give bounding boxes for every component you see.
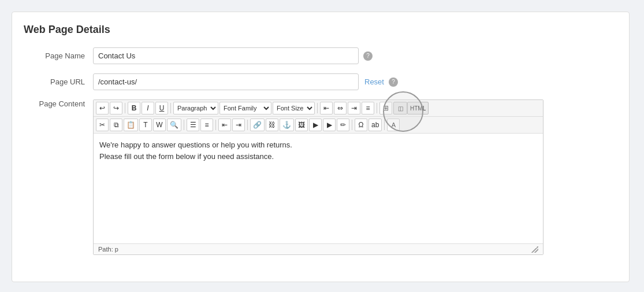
page-name-help-icon[interactable]: ?	[363, 51, 373, 61]
image-button[interactable]: 🖼	[295, 119, 308, 131]
outdent-button[interactable]: ⇤	[218, 119, 231, 131]
editor-footer: Path: p	[94, 243, 543, 254]
toolbar-separator-8	[352, 120, 352, 130]
page-name-input[interactable]	[93, 47, 359, 64]
table-button[interactable]: ⊞	[379, 102, 392, 114]
italic-button[interactable]: I	[142, 102, 154, 114]
page-url-label: Page URL	[24, 77, 93, 86]
toolbar-separator-3	[317, 103, 318, 113]
font-size-select[interactable]: Font Size 10px 12px 14px 16px	[273, 102, 315, 114]
toolbar-separator-9	[384, 120, 385, 130]
toolbar-separator-7	[247, 120, 248, 130]
cut-button[interactable]: ✂	[96, 119, 109, 131]
toolbar-separator-5	[184, 120, 184, 130]
copy-button[interactable]: ⧉	[110, 119, 122, 131]
rich-text-editor: ↩ ↪ B I U Paragraph Heading 1 Heading 2 …	[93, 99, 544, 255]
toolbar-separator-6	[215, 120, 216, 130]
content-line1: We're happy to answer questions or help …	[99, 141, 292, 149]
page-url-input[interactable]	[93, 73, 359, 90]
content-line2: Please fill out the form below if you ne…	[99, 152, 274, 161]
paste-word-button[interactable]: W	[153, 119, 166, 131]
undo-button[interactable]: ↩	[96, 102, 109, 114]
align-right-button[interactable]: ⇥	[348, 102, 360, 114]
ordered-list-button[interactable]: ≡	[200, 119, 213, 131]
source-button[interactable]: ◫	[393, 102, 407, 114]
redo-button[interactable]: ↪	[110, 102, 122, 114]
unlink-button[interactable]: ⛓	[266, 119, 278, 131]
font-family-select[interactable]: Font Family Arial Georgia Times New Roma…	[219, 102, 271, 114]
editor-toolbar-top: ↩ ↪ B I U Paragraph Heading 1 Heading 2 …	[94, 100, 543, 117]
find-replace-button[interactable]: 🔍	[167, 119, 181, 131]
paragraph-select[interactable]: Paragraph Heading 1 Heading 2 Heading 3	[173, 102, 218, 114]
page-title: Web Page Details	[24, 24, 617, 36]
toolbar-separator-1	[125, 103, 125, 113]
resize-handle[interactable]	[531, 246, 538, 253]
indent-button[interactable]: ⇥	[232, 119, 245, 131]
page-content-row: Page Content ↩ ↪ B I U Paragraph Heading…	[24, 99, 617, 255]
align-center-button[interactable]: ⇔	[334, 102, 347, 114]
html-button[interactable]: HTML	[407, 102, 429, 114]
link-button[interactable]: 🔗	[250, 119, 265, 131]
editor-content[interactable]: We're happy to answer questions or help …	[94, 134, 543, 243]
toolbar-separator-2	[170, 103, 171, 113]
align-justify-button[interactable]: ≡	[362, 102, 374, 114]
page-content-label: Page Content	[24, 99, 93, 108]
page-container: Web Page Details Page Name ? Page URL Re…	[12, 12, 630, 282]
toolbar-separator-4	[377, 103, 377, 113]
page-name-label: Page Name	[24, 51, 93, 60]
paste-button[interactable]: 📋	[124, 119, 138, 131]
reset-link[interactable]: Reset	[364, 77, 384, 86]
page-url-row: Page URL Reset ?	[24, 73, 617, 90]
media-button[interactable]: ▶	[309, 119, 322, 131]
bold-button[interactable]: B	[128, 102, 140, 114]
char-map-button[interactable]: Ω	[355, 119, 367, 131]
page-url-help-icon[interactable]: ?	[389, 77, 398, 87]
editor-path: Path: p	[98, 246, 118, 253]
special-button-group: ◫ HTML	[393, 102, 429, 114]
unordered-list-button[interactable]: ☰	[187, 119, 199, 131]
editor-toolbar-bottom: ✂ ⧉ 📋 T W 🔍 ☰ ≡ ⇤ ⇥ 🔗 ⛓ ⚓ 🖼 ▶ ▶ ✏	[94, 117, 543, 134]
align-left-button[interactable]: ⇤	[320, 102, 333, 114]
underline-button[interactable]: U	[155, 102, 168, 114]
paste-text-button[interactable]: T	[139, 119, 152, 131]
font-color-button[interactable]: A	[387, 119, 400, 131]
page-name-row: Page Name ?	[24, 47, 617, 64]
edit-button[interactable]: ✏	[337, 119, 349, 131]
youtube-button[interactable]: ▶	[323, 119, 336, 131]
abbr-button[interactable]: ab	[368, 119, 382, 131]
anchor-button[interactable]: ⚓	[280, 119, 294, 131]
